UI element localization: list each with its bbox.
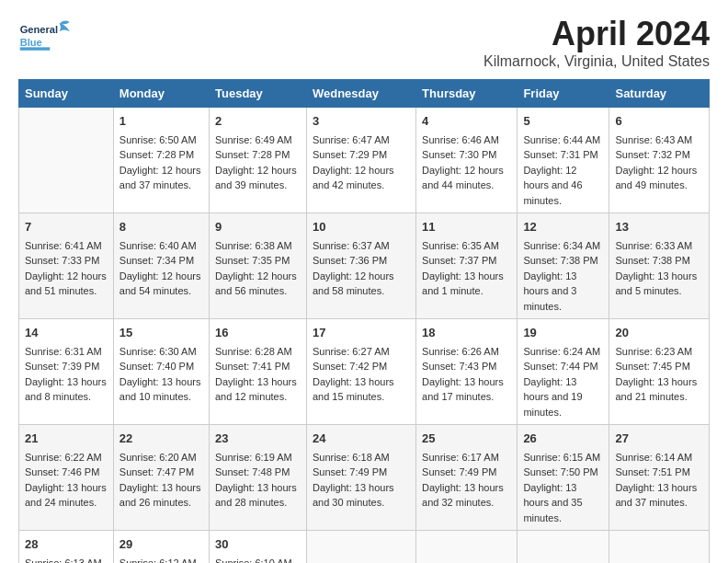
sunrise-time: Sunrise: 6:20 AM: [119, 452, 197, 463]
table-row: 25 Sunrise: 6:17 AM Sunset: 7:49 PM Dayl…: [416, 425, 518, 531]
daylight-hours: Daylight: 12 hours and 46 minutes.: [523, 165, 582, 206]
sunrise-time: Sunrise: 6:31 AM: [25, 346, 102, 357]
table-row: 18 Sunrise: 6:26 AM Sunset: 7:43 PM Dayl…: [416, 319, 518, 425]
daylight-hours: Daylight: 13 hours and 37 minutes.: [615, 482, 697, 509]
day-number: 20: [615, 324, 703, 342]
table-row: 6 Sunrise: 6:43 AM Sunset: 7:32 PM Dayli…: [609, 108, 710, 213]
sunrise-time: Sunrise: 6:12 AM: [119, 557, 197, 564]
sunrise-time: Sunrise: 6:22 AM: [25, 452, 102, 463]
table-row: 1 Sunrise: 6:50 AM Sunset: 7:28 PM Dayli…: [113, 108, 209, 213]
day-number: 18: [422, 324, 511, 342]
table-row: 7 Sunrise: 6:41 AM Sunset: 7:33 PM Dayli…: [19, 213, 114, 319]
sunrise-time: Sunrise: 6:27 AM: [313, 346, 390, 357]
sunrise-time: Sunrise: 6:24 AM: [523, 346, 600, 357]
sunrise-time: Sunrise: 6:35 AM: [422, 240, 499, 251]
sunrise-time: Sunrise: 6:34 AM: [523, 240, 600, 251]
table-row: [306, 531, 415, 564]
daylight-hours: Daylight: 13 hours and 3 minutes.: [523, 270, 576, 312]
sunset-time: Sunset: 7:44 PM: [523, 361, 597, 372]
table-row: 10 Sunrise: 6:37 AM Sunset: 7:36 PM Dayl…: [306, 213, 415, 319]
sunset-time: Sunset: 7:41 PM: [215, 361, 290, 372]
daylight-hours: Daylight: 12 hours and 49 minutes.: [615, 165, 697, 191]
sunrise-time: Sunrise: 6:28 AM: [215, 346, 292, 357]
table-row: 14 Sunrise: 6:31 AM Sunset: 7:39 PM Dayl…: [19, 319, 114, 425]
daylight-hours: Daylight: 13 hours and 30 minutes.: [313, 482, 394, 509]
header-monday: Monday: [113, 80, 209, 108]
table-row: 22 Sunrise: 6:20 AM Sunset: 7:47 PM Dayl…: [113, 425, 209, 531]
table-row: 21 Sunrise: 6:22 AM Sunset: 7:46 PM Dayl…: [19, 425, 114, 531]
daylight-hours: Daylight: 13 hours and 19 minutes.: [523, 376, 582, 418]
sunrise-time: Sunrise: 6:23 AM: [615, 346, 692, 357]
header-friday: Friday: [518, 80, 609, 108]
sunset-time: Sunset: 7:49 PM: [313, 466, 387, 477]
day-number: 8: [119, 218, 203, 236]
sunrise-time: Sunrise: 6:49 AM: [215, 134, 292, 145]
page-header: General Blue April 2024 Kilmarnock, Virg…: [18, 15, 710, 70]
sunset-time: Sunset: 7:35 PM: [215, 255, 290, 266]
svg-text:General: General: [20, 24, 58, 35]
svg-rect-2: [20, 47, 51, 50]
sunset-time: Sunset: 7:29 PM: [313, 149, 387, 160]
sunrise-time: Sunrise: 6:44 AM: [523, 134, 600, 145]
calendar-week-row: 1 Sunrise: 6:50 AM Sunset: 7:28 PM Dayli…: [19, 108, 710, 213]
day-number: 10: [313, 218, 410, 236]
daylight-hours: Daylight: 12 hours and 39 minutes.: [215, 165, 297, 191]
table-row: 4 Sunrise: 6:46 AM Sunset: 7:30 PM Dayli…: [416, 108, 518, 213]
daylight-hours: Daylight: 12 hours and 56 minutes.: [215, 270, 297, 297]
day-number: 28: [25, 535, 108, 554]
table-row: 13 Sunrise: 6:33 AM Sunset: 7:38 PM Dayl…: [609, 213, 710, 319]
daylight-hours: Daylight: 13 hours and 28 minutes.: [215, 482, 297, 509]
sunrise-time: Sunrise: 6:37 AM: [313, 240, 390, 251]
day-number: 15: [119, 324, 203, 342]
daylight-hours: Daylight: 12 hours and 51 minutes.: [25, 270, 107, 297]
sunset-time: Sunset: 7:46 PM: [25, 466, 99, 477]
daylight-hours: Daylight: 13 hours and 12 minutes.: [215, 376, 297, 403]
sunset-time: Sunset: 7:45 PM: [615, 361, 689, 372]
day-number: 7: [25, 218, 108, 236]
sunset-time: Sunset: 7:31 PM: [523, 149, 597, 160]
calendar-table: Sunday Monday Tuesday Wednesday Thursday…: [18, 79, 710, 563]
sunrise-time: Sunrise: 6:15 AM: [523, 452, 600, 463]
sunrise-time: Sunrise: 6:38 AM: [215, 240, 292, 251]
title-block: April 2024 Kilmarnock, Virginia, United …: [483, 15, 710, 70]
day-number: 2: [215, 112, 301, 131]
sunset-time: Sunset: 7:39 PM: [25, 361, 99, 372]
sunset-time: Sunset: 7:50 PM: [523, 466, 597, 477]
table-row: 19 Sunrise: 6:24 AM Sunset: 7:44 PM Dayl…: [518, 319, 609, 425]
table-row: [416, 531, 518, 564]
sunrise-time: Sunrise: 6:30 AM: [119, 346, 197, 357]
sunrise-time: Sunrise: 6:50 AM: [119, 134, 197, 145]
sunset-time: Sunset: 7:36 PM: [313, 255, 387, 266]
day-number: 9: [215, 218, 301, 236]
header-wednesday: Wednesday: [306, 80, 415, 108]
table-row: 26 Sunrise: 6:15 AM Sunset: 7:50 PM Dayl…: [518, 425, 609, 531]
table-row: 12 Sunrise: 6:34 AM Sunset: 7:38 PM Dayl…: [518, 213, 609, 319]
daylight-hours: Daylight: 13 hours and 24 minutes.: [25, 482, 107, 509]
sunset-time: Sunset: 7:34 PM: [119, 255, 194, 266]
sunset-time: Sunset: 7:40 PM: [119, 361, 194, 372]
sunrise-time: Sunrise: 6:47 AM: [313, 134, 390, 145]
sunrise-time: Sunrise: 6:40 AM: [119, 240, 197, 251]
day-number: 23: [215, 430, 301, 448]
sunset-time: Sunset: 7:47 PM: [119, 466, 194, 477]
day-number: 29: [119, 535, 203, 554]
sunset-time: Sunset: 7:37 PM: [422, 255, 496, 266]
sunrise-time: Sunrise: 6:18 AM: [313, 452, 390, 463]
table-row: 16 Sunrise: 6:28 AM Sunset: 7:41 PM Dayl…: [210, 319, 307, 425]
sunset-time: Sunset: 7:48 PM: [215, 466, 290, 477]
sunset-time: Sunset: 7:38 PM: [523, 255, 597, 266]
daylight-hours: Daylight: 13 hours and 5 minutes.: [615, 270, 697, 297]
day-number: 25: [422, 430, 511, 448]
sunrise-time: Sunrise: 6:41 AM: [25, 240, 102, 251]
day-number: 22: [119, 430, 203, 448]
sunset-time: Sunset: 7:28 PM: [215, 149, 290, 160]
calendar-week-row: 14 Sunrise: 6:31 AM Sunset: 7:39 PM Dayl…: [19, 319, 710, 425]
table-row: 3 Sunrise: 6:47 AM Sunset: 7:29 PM Dayli…: [306, 108, 415, 213]
sunrise-time: Sunrise: 6:14 AM: [615, 452, 692, 463]
daylight-hours: Daylight: 13 hours and 21 minutes.: [615, 376, 697, 403]
table-row: 9 Sunrise: 6:38 AM Sunset: 7:35 PM Dayli…: [210, 213, 307, 319]
daylight-hours: Daylight: 13 hours and 10 minutes.: [119, 376, 201, 403]
day-number: 6: [615, 112, 703, 131]
day-number: 11: [422, 218, 511, 236]
page-subtitle: Kilmarnock, Virginia, United States: [483, 53, 710, 70]
